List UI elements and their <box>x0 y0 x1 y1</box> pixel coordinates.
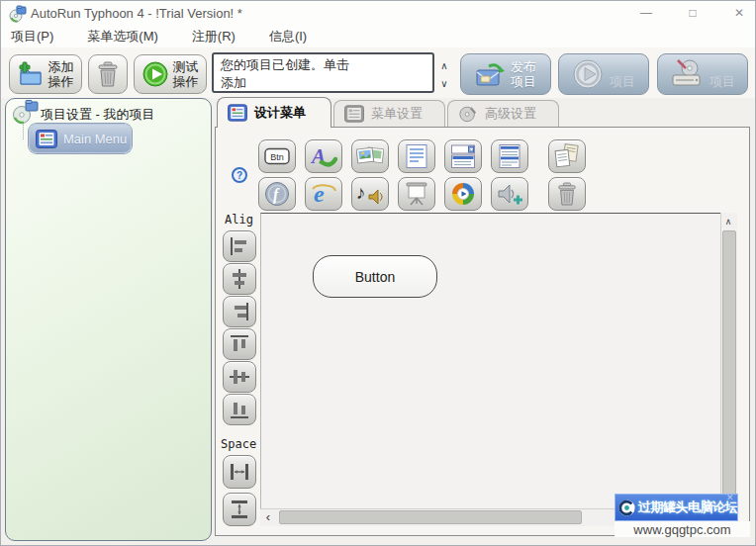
play-icon <box>142 61 168 87</box>
label-tool[interactable]: A <box>305 139 342 173</box>
add-operation-button[interactable]: 添加操作 <box>9 54 82 94</box>
image-tool[interactable] <box>351 139 389 173</box>
title-bar: AutoRun Typhoon 4 - !Trial Version! * — … <box>1 1 755 25</box>
menu-bar: 项目(P) 菜单选项(M) 注册(R) 信息(I) <box>1 25 755 47</box>
test-button-line2: 操作 <box>173 74 199 89</box>
play-disabled-icon <box>572 58 604 90</box>
horizontal-scroll-thumb[interactable] <box>279 510 582 524</box>
text-tool-icon <box>403 143 430 169</box>
project-settings-icon <box>13 100 40 125</box>
publish-icon <box>475 60 505 88</box>
watermark-site-url: www.gqgtpc.com <box>614 521 750 537</box>
canvas-button-label: Button <box>355 269 395 285</box>
tab-label: 菜单设置 <box>371 105 423 123</box>
menu-info[interactable]: 信息(I) <box>259 25 317 48</box>
tab-label: 设计菜单 <box>254 104 306 122</box>
slideshow-tool[interactable] <box>398 177 435 211</box>
preview-project-button-disabled[interactable]: 项目 <box>558 53 649 95</box>
paste-tool-icon <box>553 143 581 169</box>
advanced-settings-icon <box>458 105 478 123</box>
status-scroll-up[interactable]: ∧ <box>436 58 452 72</box>
delete-tool[interactable] <box>548 177 586 211</box>
music-note-icon: ♪ <box>356 181 384 207</box>
publish-line2: 项目 <box>511 74 536 89</box>
burn-label: 项目 <box>709 74 735 89</box>
add-button-line2: 操作 <box>48 74 74 89</box>
align-top-icon <box>229 333 250 355</box>
label-tool-icon: A <box>310 143 337 169</box>
test-button-line1: 测试 <box>173 59 199 74</box>
text-tool[interactable] <box>398 139 435 173</box>
align-center-vertical-icon <box>229 268 250 290</box>
maximize-button[interactable]: □ <box>676 1 709 25</box>
delete-operation-button[interactable] <box>88 54 128 94</box>
trash-icon <box>96 61 120 88</box>
chevron-up-icon: ∧ <box>440 60 447 71</box>
watermark-site-name: 过期罐头电脑论坛 <box>638 499 737 516</box>
project-tree-header: 项目设置 - 我的项目 <box>41 106 155 124</box>
menu-register[interactable]: 注册(R) <box>182 25 245 48</box>
watermark-url-text: www.gqgtpc.com <box>633 522 730 537</box>
paste-tool[interactable] <box>548 139 586 173</box>
scroll-up-icon: ∧ <box>725 217 732 227</box>
align-center-vertical-button[interactable] <box>223 263 256 295</box>
tab-menu-settings[interactable]: 菜单设置 <box>333 100 445 127</box>
align-left-icon <box>229 235 250 257</box>
preview-label: 项目 <box>610 74 635 89</box>
burn-cd-icon <box>670 59 704 89</box>
space-vertical-icon <box>229 499 250 520</box>
combobox-tool-icon <box>449 143 477 169</box>
align-right-button[interactable] <box>223 296 256 327</box>
menu-project[interactable]: 项目(P) <box>1 25 63 48</box>
publish-project-button[interactable]: 发布项目 <box>460 53 551 95</box>
status-scroll-down[interactable]: ∨ <box>436 76 452 90</box>
maximize-icon: □ <box>689 6 696 20</box>
help-icon[interactable]: ? <box>232 167 247 183</box>
vertical-scroll-thumb[interactable] <box>722 230 736 498</box>
menu-settings-icon <box>344 105 364 123</box>
watermark-banner[interactable]: 过期罐头电脑论坛 <box>614 494 738 521</box>
space-section-label: Space <box>221 437 256 451</box>
tree-item-main-menu[interactable]: Main Menu <box>29 124 132 153</box>
svg-text:♪: ♪ <box>356 182 366 203</box>
combobox-tool[interactable] <box>444 139 482 173</box>
status-line2: 添加 <box>221 74 425 92</box>
chevron-down-icon: ∨ <box>440 78 447 89</box>
minimize-button[interactable]: — <box>629 1 663 25</box>
scroll-left-button[interactable]: ‹ <box>261 510 275 523</box>
close-icon: ✕ <box>734 6 744 20</box>
design-menu-icon <box>228 104 247 122</box>
align-left-button[interactable] <box>223 230 256 262</box>
align-center-horizontal-icon <box>229 366 250 388</box>
close-button[interactable]: ✕ <box>722 1 756 25</box>
project-tree-panel <box>5 98 212 541</box>
align-right-icon <box>229 301 250 322</box>
listbox-tool[interactable] <box>491 139 528 173</box>
sound-tool[interactable] <box>491 177 528 211</box>
space-vertical-button[interactable] <box>223 493 256 526</box>
align-bottom-button[interactable] <box>223 394 256 425</box>
space-horizontal-button[interactable] <box>223 455 256 489</box>
flash-tool[interactable]: f <box>258 177 296 211</box>
menu-menu-options[interactable]: 菜单选项(M) <box>77 25 168 48</box>
publish-line1: 发布 <box>511 59 536 74</box>
align-center-horizontal-button[interactable] <box>223 361 256 393</box>
test-operation-button[interactable]: 测试操作 <box>134 54 207 94</box>
app-icon <box>9 5 27 23</box>
speaker-plus-icon <box>496 181 523 207</box>
button-tool[interactable]: Btn <box>258 139 296 173</box>
align-section-label: Alig <box>225 213 253 227</box>
canvas-button-widget[interactable]: Button <box>313 255 437 298</box>
browser-tool[interactable]: e <box>305 177 342 211</box>
tab-design-menu[interactable]: 设计菜单 <box>217 97 331 128</box>
scroll-up-button[interactable]: ∧ <box>721 215 735 228</box>
audio-tool[interactable]: ♪ <box>351 177 389 211</box>
tab-advanced-settings[interactable]: 高级设置 <box>447 100 559 127</box>
align-top-button[interactable] <box>223 328 256 360</box>
burn-project-button-disabled[interactable]: 项目 <box>657 53 748 95</box>
align-bottom-icon <box>229 399 250 420</box>
button-tool-icon: Btn <box>263 143 291 169</box>
watermark-close-icon[interactable]: ✕ <box>726 493 734 502</box>
tree-item-label: Main Menu <box>63 132 127 146</box>
media-player-tool[interactable] <box>444 177 482 211</box>
